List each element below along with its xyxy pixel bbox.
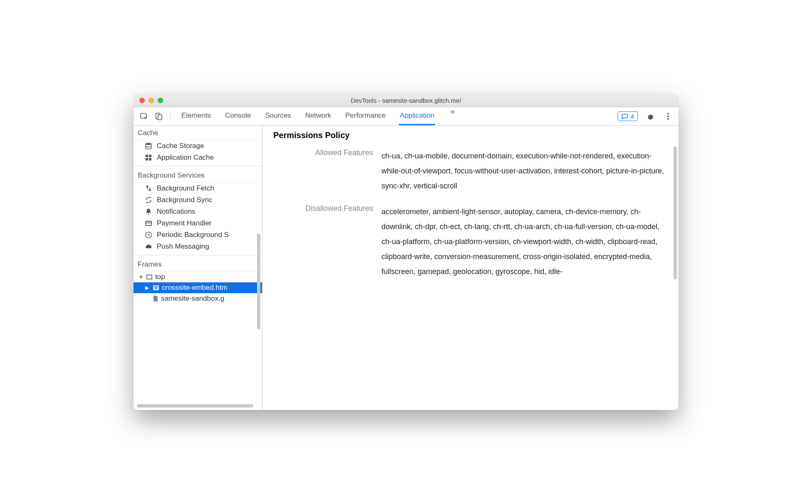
- tabs-overflow-button[interactable]: »: [448, 107, 457, 125]
- sidebar-item-periodic-background-sync[interactable]: Periodic Background S: [134, 229, 262, 241]
- frame-tree-crosssite-embed[interactable]: ▶ crosssite-embed.htm: [134, 282, 262, 293]
- svg-rect-15: [147, 275, 152, 279]
- main-scrollbar[interactable]: [673, 146, 677, 279]
- doc-icon: [153, 295, 158, 302]
- sidebar-item-label: Notifications: [157, 208, 196, 216]
- issues-icon: [621, 114, 628, 119]
- svg-rect-12: [146, 221, 151, 225]
- sidebar-item-cache-storage[interactable]: Cache Storage: [134, 140, 262, 152]
- sidebar-item-label: Background Fetch: [157, 184, 214, 193]
- main-heading: Permissions Policy: [273, 131, 668, 140]
- iframe-icon: [153, 284, 159, 291]
- tree-arrow-icon[interactable]: ▶: [145, 285, 150, 291]
- maximize-window-button[interactable]: [158, 98, 163, 103]
- bg-sync-icon: [144, 196, 153, 204]
- tab-console[interactable]: Console: [224, 107, 252, 125]
- tree-label: top: [155, 273, 165, 281]
- tab-sources[interactable]: Sources: [264, 107, 292, 125]
- close-window-button[interactable]: [139, 98, 145, 103]
- svg-rect-2: [158, 115, 162, 120]
- sidebar-item-label: Cache Storage: [157, 142, 204, 150]
- frame-tree-samesite-sandbox[interactable]: samesite-sandbox.g: [134, 293, 262, 304]
- frame-icon: [146, 274, 153, 280]
- tab-network[interactable]: Network: [304, 107, 332, 125]
- tree-label: crosssite-embed.htm: [162, 284, 228, 292]
- bg-fetch-icon: [144, 184, 153, 193]
- svg-rect-10: [146, 158, 148, 161]
- devtools-toolbar: Elements Console Sources Network Perform…: [134, 107, 678, 126]
- section-header-cache: Cache: [134, 126, 262, 140]
- svg-rect-17: [154, 287, 158, 289]
- svg-point-7: [146, 143, 151, 145]
- sidebar-item-notifications[interactable]: Notifications: [134, 206, 262, 217]
- settings-icon[interactable]: [644, 110, 656, 123]
- row-label: Allowed Features: [273, 148, 373, 193]
- row-value: ch-ua, ch-ua-mobile, document-domain, ex…: [381, 148, 668, 193]
- clock-icon: [144, 231, 153, 239]
- section-header-background-services: Background Services: [134, 169, 262, 183]
- sidebar-item-background-fetch[interactable]: Background Fetch: [134, 183, 262, 194]
- sidebar-item-label: Application Cache: [157, 153, 214, 162]
- perm-row-allowed: Allowed Features ch-ua, ch-ua-mobile, do…: [273, 148, 668, 193]
- svg-rect-8: [146, 155, 148, 157]
- row-value: accelerometer, ambient-light-sensor, aut…: [381, 204, 668, 279]
- tabs: Elements Console Sources Network Perform…: [181, 107, 615, 125]
- tab-performance[interactable]: Performance: [344, 107, 386, 125]
- svg-point-6: [667, 118, 669, 120]
- device-toolbar-icon[interactable]: [153, 110, 165, 123]
- sidebar-scrollbar[interactable]: [257, 234, 260, 329]
- row-label: Disallowed Features: [273, 204, 373, 279]
- frame-tree-top[interactable]: ▼ top: [134, 272, 262, 282]
- bell-icon: [144, 208, 153, 216]
- sidebar-item-label: Push Messaging: [157, 242, 209, 251]
- tab-application[interactable]: Application: [399, 107, 435, 125]
- app-cache-icon: [144, 153, 153, 162]
- traffic-lights: [134, 98, 163, 103]
- svg-rect-9: [149, 155, 151, 157]
- svg-point-5: [667, 116, 669, 117]
- toolbar-separator: [170, 111, 171, 121]
- sidebar-item-label: Background Sync: [157, 196, 212, 204]
- svg-point-4: [667, 113, 669, 115]
- minimize-window-button[interactable]: [149, 98, 154, 103]
- toolbar-right: 4: [618, 110, 674, 123]
- sidebar-h-scrollbar[interactable]: [137, 404, 253, 408]
- window-title: DevTools - samesite-sandbox.glitch.me/: [134, 97, 678, 104]
- sidebar-item-label: Payment Handler: [157, 219, 211, 227]
- perm-row-disallowed: Disallowed Features accelerometer, ambie…: [273, 204, 668, 279]
- issues-count: 4: [631, 113, 634, 120]
- inspect-element-icon[interactable]: [138, 110, 150, 123]
- card-icon: [144, 219, 153, 227]
- tree-arrow-icon[interactable]: ▼: [139, 274, 144, 280]
- cache-storage-icon: [144, 142, 153, 150]
- issues-button[interactable]: 4: [618, 111, 638, 121]
- section-header-frames: Frames: [134, 258, 262, 272]
- sidebar-item-payment-handler[interactable]: Payment Handler: [134, 217, 262, 229]
- application-sidebar[interactable]: Cache Cache Storage Application Cache Ba…: [134, 126, 262, 410]
- sidebar-item-push-messaging[interactable]: Push Messaging: [134, 241, 262, 252]
- tab-elements[interactable]: Elements: [181, 107, 212, 125]
- devtools-body: Cache Cache Storage Application Cache Ba…: [134, 126, 678, 410]
- section-separator: [134, 166, 262, 166]
- more-menu-icon[interactable]: [662, 110, 674, 123]
- titlebar: DevTools - samesite-sandbox.glitch.me/: [134, 94, 678, 107]
- tree-label: samesite-sandbox.g: [161, 294, 224, 303]
- svg-rect-3: [622, 114, 627, 118]
- cloud-icon: [144, 242, 153, 251]
- main-panel: Permissions Policy Allowed Features ch-u…: [262, 126, 678, 410]
- sidebar-item-label: Periodic Background S: [157, 231, 229, 239]
- sidebar-item-application-cache[interactable]: Application Cache: [134, 152, 262, 163]
- svg-rect-11: [149, 158, 151, 161]
- devtools-window: DevTools - samesite-sandbox.glitch.me/ E…: [134, 94, 678, 410]
- sidebar-item-background-sync[interactable]: Background Sync: [134, 194, 262, 206]
- section-separator: [134, 255, 262, 255]
